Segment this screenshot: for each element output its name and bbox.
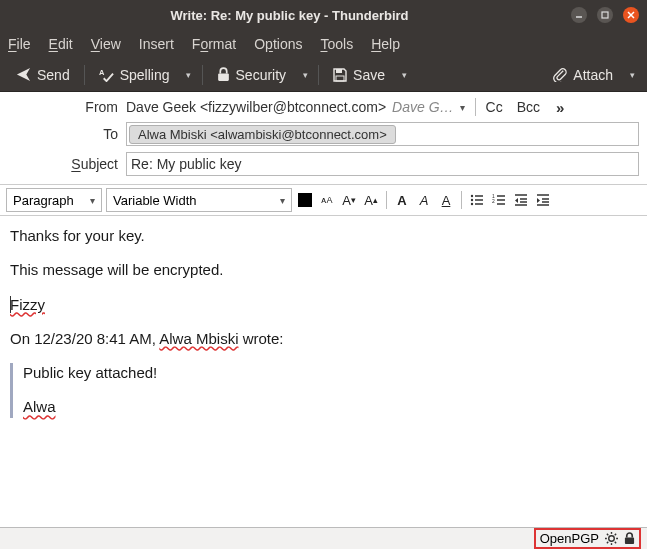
outdent-button[interactable] [512, 193, 530, 207]
menu-tools[interactable]: Tools [320, 36, 353, 52]
svg-point-9 [471, 199, 473, 201]
toolbar-separator [318, 65, 319, 85]
settings-cog-icon [605, 532, 618, 545]
to-label: To [8, 126, 118, 142]
text-color-button[interactable] [296, 193, 314, 207]
spelling-label: Spelling [120, 67, 170, 83]
menu-view[interactable]: View [91, 36, 121, 52]
save-button[interactable]: Save [325, 63, 393, 87]
window-minimize-button[interactable] [571, 7, 587, 23]
menu-file[interactable]: File [8, 36, 31, 52]
more-recipients-button[interactable]: » [556, 99, 564, 116]
quoted-line: Public key attached! [23, 363, 637, 383]
attach-label: Attach [573, 67, 613, 83]
decrease-font-size-button[interactable]: ᴀA [318, 195, 336, 205]
save-dropdown[interactable]: ▾ [397, 68, 411, 82]
openpgp-label: OpenPGP [540, 531, 599, 546]
to-field[interactable]: Alwa Mbiski <alwambiski@btconnect.com> [126, 122, 639, 146]
body-line: Thanks for your key. [10, 226, 637, 246]
indent-button[interactable] [534, 193, 552, 207]
svg-line-33 [615, 542, 616, 543]
menu-edit[interactable]: Edit [49, 36, 73, 52]
menu-help[interactable]: Help [371, 36, 400, 52]
separator [475, 98, 476, 116]
chevron-down-icon: ▾ [90, 195, 95, 206]
svg-line-32 [607, 534, 608, 535]
svg-point-10 [471, 203, 473, 205]
send-label: Send [37, 67, 70, 83]
svg-line-35 [615, 534, 616, 535]
spelling-dropdown[interactable]: ▾ [182, 68, 196, 82]
body-line: This message will be encrypted. [10, 260, 637, 280]
message-body[interactable]: Thanks for your key. This message will b… [0, 216, 647, 527]
bcc-button[interactable]: Bcc [517, 99, 540, 115]
menu-insert[interactable]: Insert [139, 36, 174, 52]
save-label: Save [353, 67, 385, 83]
signature-line: Fizzy [10, 295, 637, 315]
spelling-button[interactable]: A Spelling [91, 63, 178, 87]
menu-options[interactable]: Options [254, 36, 302, 52]
svg-rect-6 [336, 69, 342, 73]
font-size-large-button[interactable]: A▴ [362, 193, 380, 208]
svg-text:2: 2 [492, 198, 495, 204]
font-family-value: Variable Width [113, 193, 197, 208]
svg-rect-1 [602, 12, 608, 18]
font-size-small-button[interactable]: A▾ [340, 193, 358, 208]
openpgp-status[interactable]: OpenPGP [534, 528, 641, 549]
svg-point-8 [471, 195, 473, 197]
quoted-line: Alwa [23, 397, 637, 417]
window-close-button[interactable] [623, 7, 639, 23]
lock-icon [217, 67, 230, 82]
security-button[interactable]: Security [209, 63, 295, 87]
paperclip-icon [552, 67, 567, 82]
svg-text:A: A [99, 68, 105, 77]
chevron-down-icon: ▾ [280, 195, 285, 206]
window-title: Write: Re: My public key - Thunderbird [8, 8, 571, 23]
recipient-pill[interactable]: Alwa Mbiski <alwambiski@btconnect.com> [129, 125, 396, 144]
from-identity-dropdown[interactable]: ▾ [460, 102, 465, 113]
attach-dropdown[interactable]: ▾ [625, 68, 639, 82]
svg-rect-5 [218, 73, 229, 81]
bullet-list-button[interactable] [468, 193, 486, 207]
bold-button[interactable]: A [393, 193, 411, 208]
font-family-select[interactable]: Variable Width ▾ [106, 188, 292, 212]
italic-button[interactable]: A [415, 193, 433, 208]
from-identity[interactable]: Dave Geek <fizzywilber@btconnect.com> [126, 99, 386, 115]
svg-line-34 [607, 542, 608, 543]
from-identity-extra: Dave G… [392, 99, 453, 115]
svg-rect-36 [625, 538, 634, 544]
subject-field[interactable]: Re: My public key [126, 152, 639, 176]
color-swatch-icon [298, 193, 312, 207]
separator [386, 191, 387, 209]
quoted-block: Public key attached! Alwa [10, 363, 637, 418]
from-label: From [8, 99, 118, 115]
attach-button[interactable]: Attach [544, 63, 621, 87]
cc-button[interactable]: Cc [486, 99, 503, 115]
spellcheck-icon: A [99, 67, 114, 82]
security-dropdown[interactable]: ▾ [298, 68, 312, 82]
svg-rect-7 [336, 76, 344, 81]
quote-intro: On 12/23/20 8:41 AM, Alwa Mbiski wrote: [10, 329, 637, 349]
menu-format[interactable]: Format [192, 36, 236, 52]
lock-closed-icon [624, 532, 635, 545]
window-maximize-button[interactable] [597, 7, 613, 23]
toolbar-separator [84, 65, 85, 85]
numbered-list-button[interactable]: 12 [490, 193, 508, 207]
underline-button[interactable]: A [437, 193, 455, 208]
save-icon [333, 68, 347, 82]
svg-point-27 [609, 536, 615, 542]
toolbar-separator [202, 65, 203, 85]
separator [461, 191, 462, 209]
subject-label: Subject [8, 156, 118, 172]
security-label: Security [236, 67, 287, 83]
paragraph-style-value: Paragraph [13, 193, 74, 208]
paragraph-style-select[interactable]: Paragraph ▾ [6, 188, 102, 212]
send-button[interactable]: Send [8, 63, 78, 87]
send-icon [16, 67, 31, 82]
